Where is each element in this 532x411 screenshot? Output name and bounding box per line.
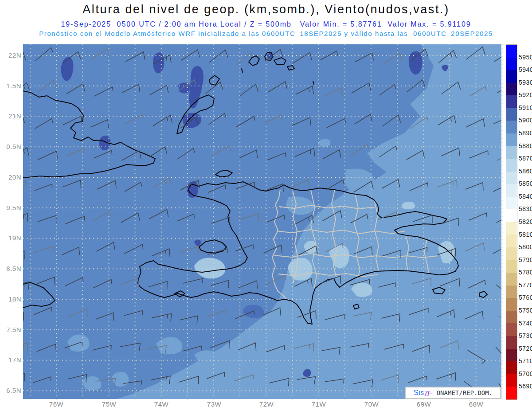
lon-tick-label: 73W: [201, 400, 227, 408]
lat-tick-label: 8.5N: [0, 266, 21, 272]
wind-barb: [240, 15, 259, 28]
wind-barb: [39, 17, 57, 30]
colorbar-segment: [506, 209, 517, 222]
colorbar-tick-label: 5860: [519, 168, 532, 174]
wind-barb: [379, 17, 397, 27]
wind-barb: [122, 20, 141, 31]
lon-tick-label: 68W: [463, 400, 489, 408]
lat-tick-label: 7.5N: [0, 327, 21, 333]
wind-barb: [67, 18, 86, 32]
lon-tick-label: 76W: [43, 400, 70, 408]
colorbar-tick-label: 5710: [519, 358, 532, 364]
colorbar-segment: [506, 260, 517, 273]
lat-tick-label: 22N: [0, 52, 21, 59]
colorbar-tick-label: 5940: [519, 67, 532, 73]
wind-barb: [206, 20, 224, 31]
wind-barb: [498, 18, 516, 31]
colorbar-tick-label: 5690: [519, 383, 532, 389]
colorbar-segment: [506, 159, 517, 172]
colorbar-tick-label: 5810: [519, 231, 532, 238]
colorbar-tick-label: 5800: [519, 244, 532, 250]
colorbar-segment: [506, 172, 517, 184]
colorbar-tick-label: 5930: [519, 79, 532, 86]
colorbar-tick-label: 5850: [519, 180, 532, 187]
wind-barb: [6, 313, 23, 321]
wind-barb: [470, 16, 486, 28]
wind-barb: [268, 18, 286, 30]
lat-tick-label: 0.5N: [0, 144, 21, 150]
map-canvas: [0, 0, 532, 411]
colorbar: [506, 44, 517, 400]
credit-sispi-label: Sis: [414, 389, 424, 397]
colorbar-segment: [506, 311, 517, 324]
lon-tick-label: 74W: [148, 400, 175, 408]
wind-barb: [324, 18, 343, 29]
wind-barb: [435, 20, 453, 32]
colorbar-segment: [506, 361, 517, 374]
lat-tick-label: 21N: [0, 113, 21, 119]
wind-barb: [94, 17, 110, 28]
colorbar-segment: [506, 83, 517, 96]
colorbar-segment: [506, 70, 517, 83]
colorbar-segment: [506, 387, 517, 399]
colorbar-tick-label: 5740: [519, 320, 532, 326]
colorbar-tick-label: 5720: [519, 345, 532, 352]
colorbar-segment: [506, 323, 517, 336]
lon-tick-label: 75W: [96, 400, 122, 408]
lat-tick-label: 6.5N: [0, 388, 21, 394]
colorbar-segment: [506, 133, 517, 146]
wind-barb: [407, 18, 426, 30]
colorbar-tick-label: 5820: [519, 219, 532, 225]
weather-map-page: Altura del nivel de geop. (km,somb.), Vi…: [0, 0, 532, 411]
colorbar-segment: [506, 108, 517, 121]
wind-barb: [150, 23, 170, 33]
wind-barb: [6, 251, 25, 259]
colorbar-segment: [506, 184, 517, 197]
colorbar-tick-label: 5840: [519, 193, 532, 200]
colorbar-tick-label: 5890: [519, 130, 532, 136]
colorbar-tick-label: 5790: [519, 257, 532, 263]
lon-tick-label: 69W: [411, 400, 437, 408]
colorbar-segment: [506, 45, 517, 58]
lat-tick-label: 20N: [0, 174, 21, 180]
wind-barb: [296, 20, 314, 32]
wind-barb: [4, 16, 22, 27]
colorbar-segment: [506, 235, 517, 247]
colorbar-tick-label: 5830: [519, 206, 532, 212]
lat-tick-label: 18N: [0, 296, 21, 302]
colorbar-tick-label: 5920: [519, 92, 532, 98]
colorbar-segment: [506, 273, 517, 286]
colorbar-tick-label: 5700: [519, 371, 532, 377]
colorbar-segment: [506, 298, 517, 311]
credit-box: Sisπ − ONAMET/REP.DOM.: [405, 387, 501, 399]
colorbar-segment: [506, 95, 517, 108]
wind-barb: [5, 373, 25, 381]
colorbar-segment: [506, 146, 517, 159]
colorbar-segment: [506, 247, 517, 260]
colorbar-tick-label: 5760: [519, 294, 532, 301]
credit-agency-label: − ONAMET/REP.DOM.: [429, 389, 493, 396]
lon-tick-label: 72W: [253, 400, 280, 408]
colorbar-segment: [506, 336, 517, 349]
lon-tick-label: 71W: [305, 400, 332, 408]
colorbar-segment: [506, 374, 517, 387]
lat-tick-label: 19N: [0, 235, 21, 241]
colorbar-tick-label: 5880: [519, 143, 532, 149]
colorbar-tick-label: 5780: [519, 269, 532, 275]
wind-barb: [525, 23, 532, 33]
lon-tick-label: 70W: [358, 400, 385, 408]
wind-barb: [352, 22, 370, 31]
colorbar-segment: [506, 121, 517, 133]
colorbar-tick-label: 5910: [519, 105, 532, 111]
colorbar-tick-label: 5730: [519, 333, 532, 339]
lat-tick-label: 9.5N: [0, 205, 21, 211]
colorbar-segment: [506, 349, 517, 362]
colorbar-tick-label: 5950: [519, 54, 532, 60]
lat-tick-label: 17N: [0, 357, 21, 363]
colorbar-tick-label: 5900: [519, 117, 532, 123]
colorbar-segment: [506, 58, 517, 70]
colorbar-segment: [506, 197, 517, 210]
wind-barb: [178, 20, 195, 29]
colorbar-tick-label: 5750: [519, 307, 532, 313]
lat-tick-label: 1.5N: [0, 83, 21, 89]
